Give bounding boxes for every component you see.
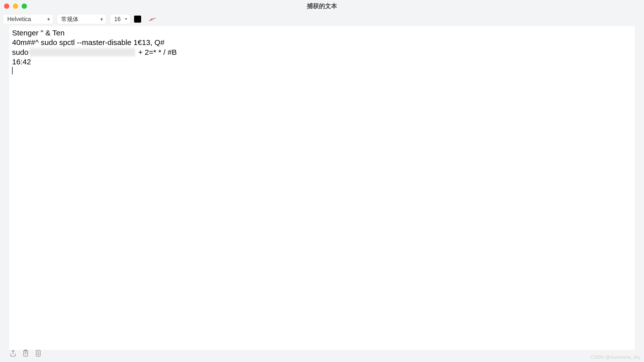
color-swatch — [134, 16, 141, 23]
document-icon[interactable] — [34, 349, 42, 357]
text-line: sudo + 2=* * / #B — [12, 48, 632, 57]
chevron-updown-icon — [47, 18, 50, 21]
maximize-button[interactable] — [22, 4, 27, 9]
chevron-down-icon — [125, 18, 127, 20]
text-line: 40m##^ sudo spctl --master-disable 1€13,… — [12, 38, 632, 47]
titlebar[interactable]: 捕获的文本 — [0, 0, 644, 12]
bottom-toolbar — [0, 346, 644, 360]
text-cursor — [12, 67, 13, 74]
text-line — [12, 67, 632, 74]
text-fragment: sudo — [12, 48, 28, 57]
strikethrough-control[interactable]: a — [148, 15, 157, 24]
font-family-label: Helvetica — [7, 16, 47, 23]
window-title: 捕获的文本 — [307, 2, 337, 10]
formatting-toolbar: Helvetica 常规体 16 a — [0, 12, 644, 26]
app-window: 捕获的文本 Helvetica 常规体 16 — [0, 0, 644, 354]
minimize-button[interactable] — [13, 4, 18, 9]
font-family-selector[interactable]: Helvetica — [3, 14, 53, 24]
text-editor[interactable]: Stenger " & Ten 40m##^ sudo spctl --mast… — [9, 26, 635, 350]
clipboard-icon[interactable] — [22, 349, 30, 357]
text-line: Stenger " & Ten — [12, 28, 632, 38]
font-size-selector[interactable]: 16 — [110, 14, 131, 24]
chevron-updown-icon — [100, 18, 103, 21]
text-line: 16:42 — [12, 57, 632, 67]
font-size-label: 16 — [114, 16, 124, 23]
window-controls — [4, 4, 27, 9]
font-style-label: 常规体 — [61, 15, 100, 23]
close-button[interactable] — [4, 4, 9, 9]
share-icon[interactable] — [9, 349, 17, 357]
font-style-selector[interactable]: 常规体 — [57, 14, 106, 24]
text-color-control[interactable] — [134, 16, 141, 23]
text-fragment: + 2=* * / #B — [136, 48, 177, 57]
redacted-content — [29, 48, 135, 56]
watermark: CSDN @Someone_sky — [590, 354, 640, 360]
strikethrough-icon: a — [149, 16, 155, 22]
